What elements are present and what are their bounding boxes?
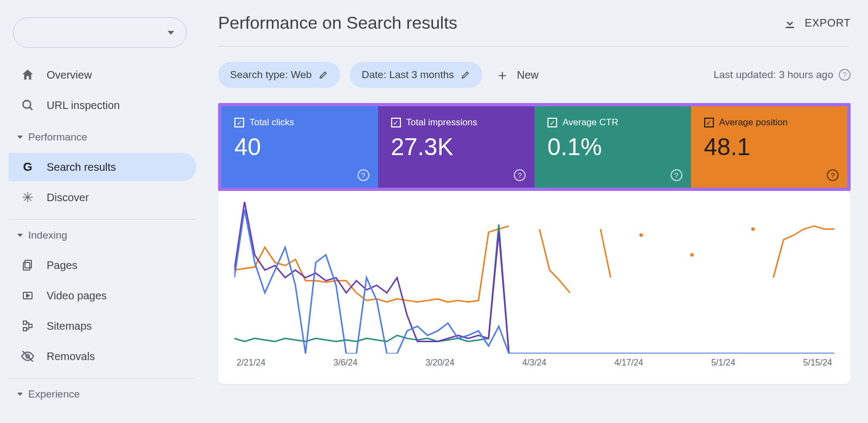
- checkbox-icon: ✓: [704, 118, 714, 127]
- svg-point-10: [640, 233, 643, 236]
- svg-line-1: [29, 107, 32, 110]
- title-row: Performance on Search results EXPORT: [218, 13, 851, 47]
- group-label: Indexing: [28, 229, 67, 241]
- group-label: Performance: [28, 131, 87, 143]
- metric-card-ctr[interactable]: ✓Average CTR 0.1% ?: [534, 106, 691, 188]
- sidebar-item-pages[interactable]: Pages: [9, 251, 196, 279]
- search-icon: [21, 98, 35, 112]
- checkbox-icon: ✓: [234, 118, 244, 127]
- svg-rect-3: [23, 262, 30, 270]
- svg-point-11: [690, 253, 694, 257]
- add-filter-button[interactable]: ＋ New: [492, 68, 539, 82]
- chevron-down-icon: [168, 31, 174, 35]
- page-title: Performance on Search results: [218, 13, 457, 33]
- pages-icon: [21, 258, 35, 272]
- sidebar-item-removals[interactable]: Removals: [9, 342, 196, 370]
- sidebar-item-label: Video pages: [47, 290, 107, 302]
- metric-card-impressions[interactable]: ✓Total impressions 27.3K ?: [378, 106, 535, 188]
- new-filter-label: New: [517, 69, 539, 81]
- g-icon: G: [21, 160, 35, 174]
- home-icon: [21, 68, 35, 82]
- filter-row: Search type: Web Date: Last 3 months ＋ N…: [218, 47, 851, 103]
- sidebar-item-sitemaps[interactable]: Sitemaps: [9, 312, 196, 340]
- property-selector[interactable]: [13, 17, 187, 48]
- sidebar-item-label: Discover: [47, 191, 89, 204]
- sidebar-group-performance[interactable]: Performance: [9, 121, 196, 151]
- help-icon[interactable]: ?: [358, 169, 369, 181]
- last-updated-label: Last updated: 3 hours ago: [713, 69, 833, 81]
- eye-off-icon: [21, 349, 35, 363]
- metric-value: 48.1: [704, 133, 835, 161]
- metrics-row: ✓Total clicks 40 ? ✓Total impressions 27…: [221, 106, 847, 188]
- performance-chart: [234, 202, 834, 354]
- sidebar-item-url-inspection[interactable]: URL inspection: [9, 91, 196, 119]
- sidebar-item-discover[interactable]: ✳ Discover: [9, 183, 196, 211]
- metric-value: 0.1%: [547, 133, 678, 161]
- metric-label: Average CTR: [563, 117, 618, 128]
- svg-point-12: [751, 227, 755, 230]
- download-icon: [783, 16, 797, 30]
- svg-rect-6: [23, 328, 27, 331]
- pencil-icon: [461, 70, 470, 80]
- sidebar-item-label: URL inspection: [47, 99, 120, 112]
- chip-search-type[interactable]: Search type: Web: [218, 62, 340, 88]
- chevron-down-icon: [17, 393, 23, 396]
- metrics-highlight: ✓Total clicks 40 ? ✓Total impressions 27…: [218, 103, 851, 191]
- sidebar-item-video-pages[interactable]: Video pages: [9, 281, 196, 310]
- group-label: Experience: [28, 388, 80, 400]
- chevron-down-icon: [17, 136, 23, 139]
- sidebar-item-label: Pages: [47, 259, 78, 272]
- metric-value: 40: [234, 133, 365, 161]
- metric-value: 27.3K: [391, 133, 522, 161]
- sparkle-icon: ✳: [21, 190, 35, 204]
- main-content: Performance on Search results EXPORT Sea…: [201, 0, 868, 423]
- sidebar-group-indexing[interactable]: Indexing: [9, 219, 196, 249]
- export-label: EXPORT: [805, 17, 851, 29]
- sidebar-group-experience[interactable]: Experience: [9, 378, 196, 408]
- chart-x-axis-labels: 2/21/243/6/243/20/244/3/244/17/245/1/245…: [234, 358, 834, 368]
- help-icon[interactable]: ?: [514, 169, 526, 181]
- checkbox-icon: ✓: [391, 118, 401, 127]
- sitemap-icon: [21, 319, 35, 333]
- svg-rect-5: [23, 321, 27, 324]
- chip-date[interactable]: Date: Last 3 months: [350, 62, 482, 88]
- help-icon[interactable]: ?: [839, 69, 851, 81]
- svg-rect-2: [25, 260, 31, 268]
- export-button[interactable]: EXPORT: [783, 16, 851, 30]
- plus-icon: ＋: [495, 68, 509, 82]
- sidebar: Overview URL inspection Performance G Se…: [0, 0, 201, 423]
- metric-card-position[interactable]: ✓Average position 48.1 ?: [691, 106, 848, 188]
- metric-label: Total impressions: [406, 117, 477, 128]
- sidebar-item-label: Overview: [47, 69, 92, 81]
- metric-label: Average position: [719, 117, 788, 128]
- svg-point-0: [23, 100, 30, 108]
- sidebar-item-overview[interactable]: Overview: [9, 61, 196, 89]
- metric-label: Total clicks: [250, 117, 294, 128]
- chip-label: Search type: Web: [230, 69, 312, 81]
- sidebar-item-label: Sitemaps: [47, 320, 92, 332]
- metric-card-clicks[interactable]: ✓Total clicks 40 ?: [221, 106, 378, 188]
- help-icon[interactable]: ?: [827, 169, 839, 181]
- chip-label: Date: Last 3 months: [362, 69, 454, 81]
- video-icon: [21, 289, 35, 303]
- sidebar-item-label: Search results: [47, 161, 116, 174]
- sidebar-item-search-results[interactable]: G Search results: [9, 153, 196, 181]
- help-icon[interactable]: ?: [671, 169, 682, 181]
- last-updated: Last updated: 3 hours ago ?: [713, 69, 851, 81]
- sidebar-item-label: Removals: [47, 350, 95, 363]
- chevron-down-icon: [17, 234, 23, 237]
- chart-panel: 2/21/243/6/243/20/244/3/244/17/245/1/245…: [218, 191, 851, 384]
- checkbox-icon: ✓: [547, 118, 557, 127]
- pencil-icon: [318, 70, 328, 80]
